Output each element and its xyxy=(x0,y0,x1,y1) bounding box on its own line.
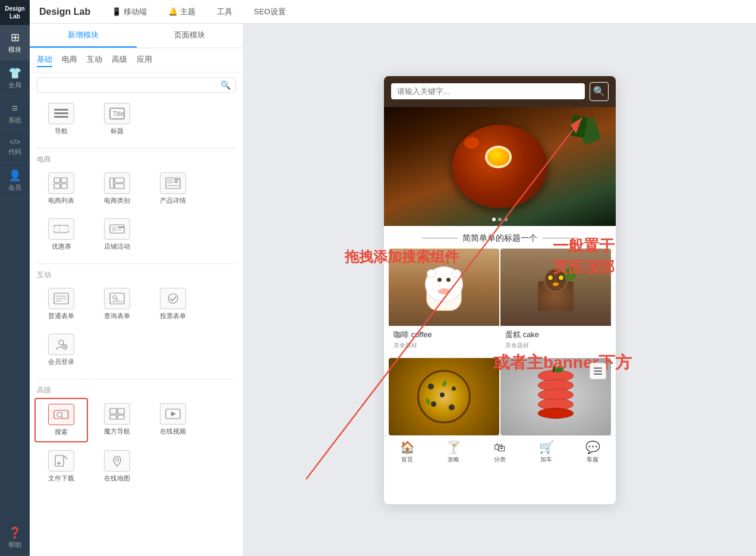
home-label: 首页 xyxy=(401,456,413,464)
file-download-label: 文件下载 xyxy=(48,474,74,483)
hero-dot-2 xyxy=(498,218,502,221)
sidebar-item-global[interactable]: 👕 全局 xyxy=(0,61,30,96)
online-video-label: 在线视频 xyxy=(160,427,186,436)
coffee-info: 咖啡 coffee 美食题材 xyxy=(389,326,499,353)
svg-rect-1 xyxy=(54,112,68,114)
svg-point-30 xyxy=(113,296,116,299)
svg-point-34 xyxy=(59,340,64,345)
svg-rect-7 xyxy=(54,184,60,189)
guide-icon: 🍸 xyxy=(446,440,461,454)
section-label-interactive: 互动 xyxy=(30,266,243,282)
product-category-icon xyxy=(104,172,130,194)
app-logo: Design Lab xyxy=(0,0,30,25)
svg-point-19 xyxy=(67,227,70,231)
module-magic-nav[interactable]: 魔方导航 xyxy=(90,398,144,442)
title-module-label: 标题 xyxy=(111,127,124,136)
sidebar-item-member[interactable]: 👤 会员 xyxy=(0,163,30,199)
sidebar-item-modules[interactable]: ⊞ 模块 xyxy=(0,25,30,61)
sidebar-item-label: 会员 xyxy=(8,183,21,192)
module-title[interactable]: Title 标题 xyxy=(90,98,144,141)
sidebar-item-help[interactable]: ❓ 帮助 xyxy=(0,520,30,556)
sidebar-item-label: 模块 xyxy=(8,45,21,54)
svg-rect-29 xyxy=(110,293,124,304)
cat-advanced[interactable]: 高级 xyxy=(112,53,127,67)
module-vote-form[interactable]: 投票表单 xyxy=(146,282,200,326)
cat-interactive[interactable]: 互动 xyxy=(87,53,102,67)
module-online-map[interactable]: 在线地图 xyxy=(90,445,144,488)
phone-search-input[interactable] xyxy=(391,83,585,99)
module-online-video[interactable]: 在线视频 xyxy=(146,398,200,442)
form-icon xyxy=(48,288,74,309)
svg-rect-45 xyxy=(118,415,124,419)
mobile-icon: 📱 xyxy=(112,7,121,16)
product-card-pizza[interactable] xyxy=(389,358,499,435)
category-tabs: 基础 电商 互动 高级 应用 xyxy=(30,48,243,73)
guide-label: 攻略 xyxy=(448,456,459,464)
search-module-label: 搜索 xyxy=(55,428,68,436)
menu-line-1 xyxy=(594,367,602,369)
menu-float-icon[interactable] xyxy=(590,363,606,379)
phone-bottom-nav: 🏠 首页 🍸 攻略 🛍 分类 🛒 加车 xyxy=(384,435,616,469)
sidebar-item-label: 代码 xyxy=(8,147,21,156)
file-download-icon xyxy=(48,450,74,472)
module-nav[interactable]: 导航 xyxy=(34,98,88,141)
module-shop-activity[interactable]: 店铺活动 xyxy=(90,213,144,256)
phone-search-button[interactable]: 🔍 xyxy=(590,82,609,101)
svg-rect-44 xyxy=(110,415,116,419)
svg-rect-14 xyxy=(174,179,179,180)
product-detail-label: 产品详情 xyxy=(160,196,186,205)
svg-rect-0 xyxy=(54,109,68,111)
tab-tools[interactable]: 工具 xyxy=(212,4,237,20)
product-card-coffee[interactable]: 咖啡 coffee 美食题材 xyxy=(389,249,499,353)
cat-ecommerce[interactable]: 电商 xyxy=(62,53,77,67)
module-member-login[interactable]: 会员登录 xyxy=(34,328,88,372)
modules-icon: ⊞ xyxy=(11,31,20,44)
service-label: 客服 xyxy=(587,456,598,464)
module-product-list[interactable]: 电商列表 xyxy=(34,167,88,211)
cake-tag: 美食题材 xyxy=(505,341,606,350)
svg-rect-28 xyxy=(56,300,62,301)
cart-label: 加车 xyxy=(540,456,552,464)
bottom-nav-service[interactable]: 💬 客服 xyxy=(569,440,616,464)
module-file-download[interactable]: 文件下载 xyxy=(34,445,88,488)
sidebar-item-label: 全局 xyxy=(8,81,21,90)
tab-theme[interactable]: 🔔 主题 xyxy=(163,4,200,20)
svg-rect-48 xyxy=(55,456,64,466)
bottom-nav-home[interactable]: 🏠 首页 xyxy=(384,440,430,464)
sidebar-item-system[interactable]: ≡ 系统 xyxy=(0,96,30,131)
tab-page-module[interactable]: 页面模块 xyxy=(137,24,244,48)
svg-point-18 xyxy=(53,227,56,231)
module-search-input[interactable] xyxy=(42,81,220,89)
bottom-nav-category[interactable]: 🛍 分类 xyxy=(477,441,523,464)
module-coupon[interactable]: 优惠券 xyxy=(34,213,88,256)
cat-app[interactable]: 应用 xyxy=(137,53,152,67)
product-card-cake[interactable]: 蛋糕 cake 美食题材 xyxy=(500,249,611,353)
divider-interactive xyxy=(37,263,236,264)
module-form[interactable]: 普通表单 xyxy=(34,282,88,326)
cake-image xyxy=(500,249,611,326)
code-icon: </> xyxy=(10,137,21,146)
bottom-nav-guide[interactable]: 🍸 攻略 xyxy=(430,440,477,464)
tab-seo[interactable]: SEO设置 xyxy=(249,4,290,20)
svg-rect-26 xyxy=(56,296,67,297)
sidebar-item-code[interactable]: </> 代码 xyxy=(0,131,30,163)
global-icon: 👕 xyxy=(8,67,21,80)
module-product-detail[interactable]: 产品详情 xyxy=(146,167,200,211)
module-search[interactable]: 搜索 xyxy=(34,398,88,442)
product-detail-icon xyxy=(160,172,186,194)
svg-rect-17 xyxy=(54,225,68,233)
svg-rect-13 xyxy=(167,179,173,184)
module-product-category[interactable]: 电商类别 xyxy=(90,167,144,211)
bottom-nav-cart[interactable]: 🛒 加车 xyxy=(523,440,569,464)
svg-rect-15 xyxy=(174,181,178,183)
module-query-form[interactable]: 查询表单 xyxy=(90,282,144,326)
module-tab-bar: 新增模块 页面模块 xyxy=(30,24,243,48)
tab-mobile[interactable]: 📱 移动端 xyxy=(107,4,152,20)
topbar-logo: Design Lab xyxy=(39,7,90,17)
svg-rect-2 xyxy=(54,116,68,118)
magic-nav-icon xyxy=(104,403,130,425)
tab-new-module[interactable]: 新增模块 xyxy=(30,24,137,48)
svg-rect-22 xyxy=(112,227,116,231)
cat-basic[interactable]: 基础 xyxy=(37,53,52,67)
vote-form-label: 投票表单 xyxy=(160,312,186,321)
